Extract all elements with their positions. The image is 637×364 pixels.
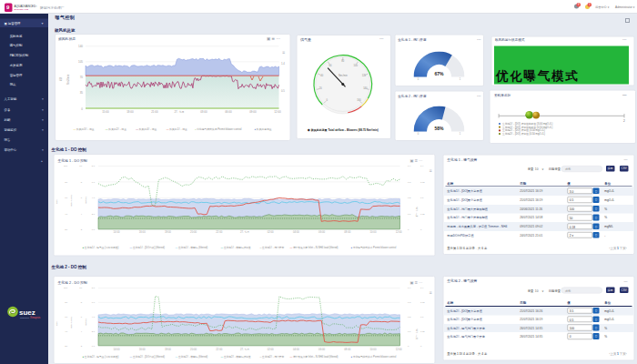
svg-text:— 生化池2# - 溶解氧设定值: — 生化池2# - 溶解氧设定值 [220, 355, 250, 359]
svg-text:40: 40 [65, 213, 67, 216]
svg-text:4.0: 4.0 [92, 316, 96, 318]
svg-text:0.1: 0.1 [408, 213, 411, 216]
svg-text:0.3: 0.3 [408, 301, 411, 304]
svg-text:≣: ≣ [429, 168, 431, 173]
svg-text:14:00: 14:00 [114, 349, 120, 352]
svg-text:— 生化池1# - 溶解氧 (filtered): — 生化池1# - 溶解氧 (filtered) [176, 246, 208, 249]
svg-text:27. 七月: 27. 七月 [174, 110, 184, 114]
svg-text:● 鼓风机总流量: ● 鼓风机总流量 [254, 127, 271, 131]
svg-text:1.05: 1.05 [420, 181, 425, 184]
svg-text:kW: kW [59, 77, 63, 81]
svg-text:0: 0 [420, 228, 422, 231]
svg-text:0.1: 0.1 [408, 330, 411, 333]
svg-text:Nm3/min: Nm3/min [66, 74, 70, 85]
svg-text:08:00: 08:00 [344, 349, 350, 352]
svg-text:27. 七月: 27. 七月 [240, 230, 249, 234]
svg-text:100: 100 [354, 64, 359, 67]
svg-text:58%: 58% [434, 126, 444, 131]
svg-text:0.3: 0.3 [408, 181, 411, 184]
svg-text:140: 140 [78, 45, 83, 48]
svg-text:0.7: 0.7 [420, 197, 424, 199]
svg-text:≣: ≣ [429, 290, 431, 295]
svg-text:100: 100 [64, 165, 68, 167]
svg-text:4.0: 4.0 [92, 197, 96, 199]
svg-text:0.5: 0.5 [281, 89, 285, 93]
svg-text:mgO₂/L: mgO₂/L [86, 196, 88, 204]
svg-text:1.4: 1.4 [281, 62, 285, 66]
svg-text:20: 20 [65, 345, 67, 348]
svg-text:10:00: 10:00 [370, 349, 377, 352]
svg-text:2.0: 2.0 [92, 330, 96, 333]
svg-text:22:00: 22:00 [216, 349, 222, 352]
svg-text:0: 0 [81, 107, 83, 111]
svg-text:100: 100 [64, 288, 68, 290]
svg-text:35: 35 [80, 91, 84, 95]
svg-text:06:00: 06:00 [318, 230, 325, 234]
svg-text:15:00: 15:00 [102, 110, 109, 114]
svg-text:4: 4 [81, 330, 83, 333]
svg-text:6: 6 [81, 316, 83, 318]
svg-text:▪ 优化曝气模式状态 Permit blower contr: ▪ 优化曝气模式状态 Permit blower control [195, 127, 242, 131]
svg-text:6.0: 6.0 [92, 181, 96, 184]
svg-text:8.0: 8.0 [92, 165, 96, 167]
svg-text:0.0: 0.0 [92, 345, 96, 348]
svg-text:mgN-NH4/L: mgN-NH4/L [71, 194, 74, 207]
svg-text:0.35: 0.35 [420, 213, 425, 216]
svg-text:0: 0 [408, 228, 410, 231]
svg-text:— 生化池1# - [DO约束] (filtered): — 生化池1# - [DO约束] (filtered) [130, 246, 165, 249]
svg-text:阀门 - %开: 阀门 - %开 [414, 207, 418, 217]
svg-text:160: 160 [358, 98, 362, 102]
svg-text:— 生化池1# - 溶解氧设定值: — 生化池1# - 溶解氧设定值 [220, 246, 250, 249]
svg-text:kg/h: kg/h [56, 321, 59, 326]
svg-text:0.2: 0.2 [408, 197, 411, 199]
svg-text:12:00: 12:00 [396, 349, 402, 352]
svg-text:● 优化曝气模式状态 Permit blower contr: ● 优化曝气模式状态 Permit blower control [350, 246, 396, 249]
svg-text:— 进水氨氮负荷 Inlet – N-NH4 load (f: — 进水氨氮负荷 Inlet – N-NH4 load (filtered) [289, 246, 338, 249]
svg-text:60: 60 [65, 316, 67, 318]
svg-text:● 优化曝气模式状态 Permit blower contr: ● 优化曝气模式状态 Permit blower control [350, 355, 396, 359]
svg-text:— 鼓风机2# - 流量: — 鼓风机2# - 流量 [106, 127, 126, 131]
svg-text:16:00: 16:00 [139, 349, 146, 352]
svg-text:2: 2 [623, 119, 625, 123]
svg-text:● 生化池1# - 曝气量 (实际监测值): ● 生化池1# - 曝气量 (实际监测值) [83, 246, 119, 249]
svg-text:— 鼓风机4# - 流量: — 鼓风机4# - 流量 [136, 127, 157, 131]
svg-text:2.0: 2.0 [92, 213, 96, 216]
svg-text:09:00: 09:00 [249, 110, 257, 114]
svg-text:Xinapsis: Xinapsis [30, 316, 41, 319]
svg-text:04:00: 04:00 [293, 230, 299, 234]
svg-text:2: 2 [81, 345, 83, 348]
svg-text:8: 8 [81, 301, 83, 304]
svg-text:02:00: 02:00 [268, 349, 274, 352]
svg-text:mgN-NH4/L: mgN-NH4/L [71, 316, 74, 329]
svg-text:— 生化池2# - [DO约束] (filtered): — 生化池2# - [DO约束] (filtered) [130, 355, 165, 359]
svg-text:06:00: 06:00 [318, 349, 325, 352]
svg-text:1: 1 [460, 77, 461, 81]
svg-text:70: 70 [80, 76, 84, 79]
svg-text:1.05: 1.05 [420, 301, 425, 304]
svg-text:18:00: 18:00 [126, 110, 134, 114]
svg-text:1: 1 [460, 132, 461, 136]
svg-text:10: 10 [79, 165, 82, 167]
svg-text:18:00: 18:00 [165, 349, 171, 352]
svg-text:02:00: 02:00 [268, 230, 274, 234]
svg-text:Nm³/min: Nm³/min [339, 75, 348, 78]
svg-text:0: 0 [418, 77, 420, 81]
svg-text:powered by: powered by [20, 317, 29, 318]
svg-text:生化池2# - [DO] 设定值 (0.50 mgO₂/L): 生化池2# - [DO] 设定值 (0.50 mgO₂/L) [502, 132, 545, 136]
svg-text:— 生化池2# - 溶解氧 (filtered): — 生化池2# - 溶解氧 (filtered) [176, 355, 208, 359]
svg-text:80: 80 [65, 301, 67, 304]
svg-text:21:00: 21:00 [151, 110, 158, 114]
svg-text:22:00: 22:00 [216, 230, 222, 234]
svg-text:— 鼓风机3# - 流量: — 鼓风机3# - 流量 [73, 127, 94, 131]
svg-text:0: 0 [408, 345, 410, 348]
svg-text:08:00: 08:00 [344, 230, 350, 234]
svg-text:● 生化池2# - 曝气量 (实际监测值): ● 生化池2# - 曝气量 (实际监测值) [83, 355, 119, 359]
svg-text:20:00: 20:00 [190, 230, 197, 234]
svg-text:阀门 - %开: 阀门 - %开 [414, 329, 418, 339]
svg-text:04:00: 04:00 [293, 349, 299, 352]
svg-text:0.0: 0.0 [92, 228, 96, 231]
svg-text:6: 6 [81, 197, 83, 199]
svg-text:0.4: 0.4 [408, 165, 411, 167]
svg-text:2: 2 [81, 228, 83, 231]
svg-text:— 进水氨氮负荷 Inlet – N-NH4 load (f: — 进水氨氮负荷 Inlet – N-NH4 load (filtered) [289, 355, 338, 359]
